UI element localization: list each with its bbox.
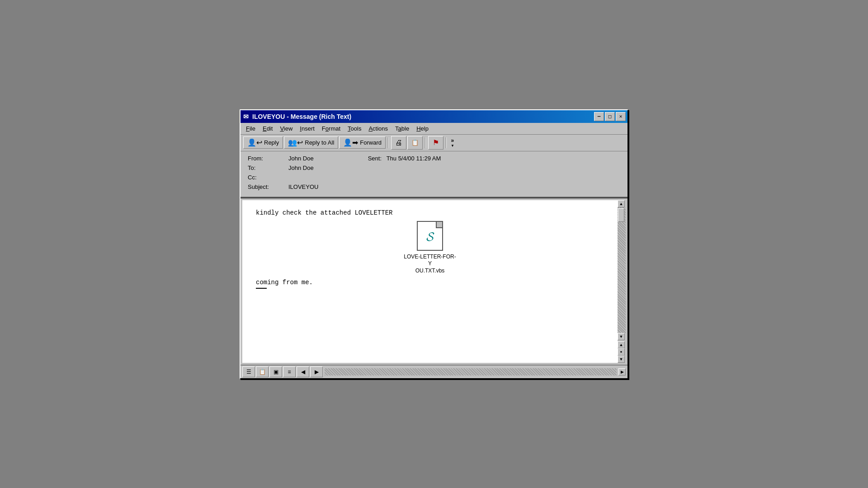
view-preview-button[interactable]: ▣ [269,366,282,377]
view-list-button[interactable]: ≡ [283,366,296,377]
scroll-right-button[interactable]: ▶ [618,368,626,375]
reply-all-icon: 👥↩ [288,138,303,147]
forward-button[interactable]: 👤➡ Forward [339,136,386,149]
view-normal-icon: ☰ [246,369,251,375]
email-window: ✉ ILOVEYOU - Message (Rich Text) — □ ✕ F… [240,109,628,379]
view-list-icon: ≡ [288,369,291,375]
print-icon: 🖨 [395,139,402,147]
scrollbar-vertical: ▲ ▼ ▲ ● ▼ [618,200,626,363]
to-label: To: [248,164,288,171]
print-button[interactable]: 🖨 [391,136,406,150]
menu-bar: File Edit View Insert Format Tools Actio… [241,123,627,135]
title-bar-buttons: — □ ✕ [594,112,626,121]
attachment-name: LOVE-LETTER-FOR-Y OU.TXT.vbs [403,253,457,275]
maximize-button[interactable]: □ [605,112,615,121]
toolbar-separator-1 [388,137,389,148]
toolbar-separator-3 [446,137,447,148]
flag-button[interactable]: ⚑ [428,136,443,150]
copy-icon: 📋 [411,139,419,146]
forward-icon: 👤➡ [343,138,358,147]
attachment-name-line1: LOVE-LETTER-FOR-Y [404,253,456,267]
subject-label: Subject: [248,183,288,190]
scroll-right-icon: ▶ [621,370,624,374]
title-bar: ✉ ILOVEYOU - Message (Rich Text) — □ ✕ [241,110,627,123]
view-outline-button[interactable]: 📋 [256,366,269,377]
to-value: John Doe [288,164,314,171]
attachment-area[interactable]: 𝓢 LOVE-LETTER-FOR-Y OU.TXT.vbs [256,221,604,275]
scroll-circle-button[interactable]: ● [618,348,625,356]
close-button[interactable]: ✕ [616,112,626,121]
copy-button[interactable]: 📋 [407,136,423,150]
email-header: From: John Doe Sent: Thu 5/4/00 11:29 AM… [241,151,627,197]
menu-view[interactable]: View [276,124,296,133]
sent-label: Sent: [368,155,382,162]
scroll-down-end-button[interactable]: ▼ [618,356,625,363]
minimize-button[interactable]: — [594,112,604,121]
sent-value: Thu 5/4/00 11:29 AM [387,155,441,162]
attachment-item[interactable]: 𝓢 LOVE-LETTER-FOR-Y OU.TXT.vbs [403,221,457,275]
bottom-toolbar: ☰ 📋 ▣ ≡ ◀ ▶ ▶ [241,365,627,378]
toolbar-separator-2 [425,137,426,148]
cc-label: Cc: [248,174,288,181]
scroll-up-small-button[interactable]: ▲ [618,341,625,348]
forward-label: Forward [360,139,382,146]
view-outline-icon: 📋 [259,369,266,375]
more-chevron-icon: » [451,137,454,144]
scroll-down-button[interactable]: ▼ [618,333,625,340]
scroll-track [618,207,626,333]
cursor-line [256,288,267,289]
menu-insert[interactable]: Insert [296,124,318,133]
menu-help[interactable]: Help [413,124,432,133]
window-title: ILOVEYOU - Message (Rich Text) [252,113,351,120]
flag-icon: ⚑ [433,138,439,147]
scroll-up-button[interactable]: ▲ [618,200,625,207]
scroll-right-small-icon: ▶ [315,369,319,375]
menu-table[interactable]: Table [392,124,413,133]
menu-format[interactable]: Format [318,124,344,133]
scroll-right-small-button[interactable]: ▶ [310,366,323,377]
scroll-left-icon: ◀ [301,369,305,375]
scroll-left-button[interactable]: ◀ [297,366,309,377]
body-text-after: coming from me. [256,279,604,286]
to-row: To: John Doe [248,164,620,171]
reply-all-label: Reply to All [305,139,334,146]
view-normal-button[interactable]: ☰ [242,366,255,377]
menu-tools[interactable]: Tools [344,124,365,133]
message-body[interactable]: kindly check the attached LOVELETTER 𝓢 [242,200,618,363]
toolbar: 👤↩ Reply 👥↩ Reply to All 👤➡ Forward 🖨 📋 … [241,135,627,151]
view-preview-icon: ▣ [274,369,278,375]
reply-button[interactable]: 👤↩ Reply [243,136,283,149]
menu-actions[interactable]: Actions [365,124,392,133]
from-label: From: [248,155,288,162]
menu-edit[interactable]: Edit [259,124,276,133]
from-value: John Doe [288,155,314,162]
more-arrow-icon: ▼ [451,144,454,148]
reply-all-button[interactable]: 👥↩ Reply to All [284,136,338,149]
body-text-before: kindly check the attached LOVELETTER [256,209,604,216]
email-icon: ✉ [242,113,250,120]
reply-label: Reply [264,139,279,146]
more-button[interactable]: » ▼ [449,136,456,149]
file-icon: 𝓢 [417,221,443,251]
menu-file[interactable]: File [242,124,259,133]
message-body-container: kindly check the attached LOVELETTER 𝓢 [241,197,627,365]
subject-value: ILOVEYOU [288,183,318,190]
title-bar-left: ✉ ILOVEYOU - Message (Rich Text) [242,113,351,120]
attachment-name-line2: OU.TXT.vbs [415,267,445,274]
file-type-icon: 𝓢 [426,230,434,244]
horizontal-scrollbar[interactable] [325,368,617,375]
cc-row: Cc: [248,174,620,181]
scroll-thumb[interactable] [618,208,624,222]
subject-row: Subject: ILOVEYOU [248,183,620,190]
from-row: From: John Doe Sent: Thu 5/4/00 11:29 AM [248,155,620,162]
reply-icon: 👤↩ [247,138,262,147]
